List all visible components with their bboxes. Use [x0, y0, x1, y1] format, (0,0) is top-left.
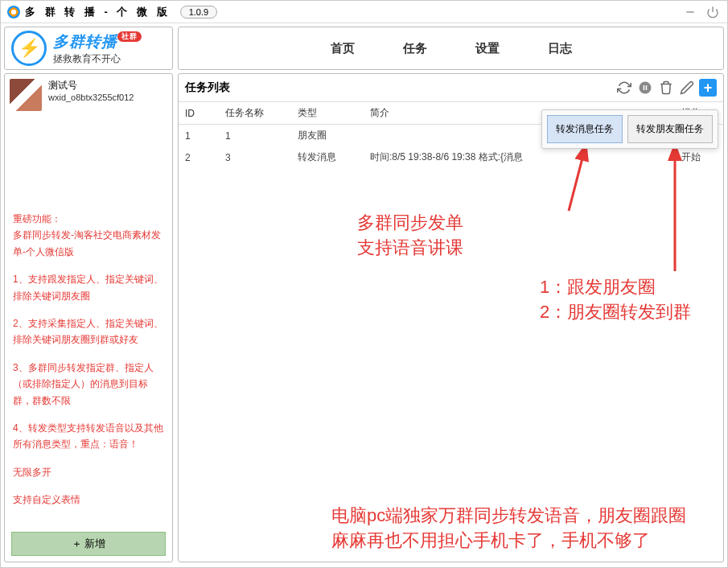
- svg-rect-4: [646, 85, 648, 90]
- annotation-text: 电脑pc端独家万群同步转发语音，朋友圈跟圈 麻麻再也不用担心手机卡了，手机不够了: [331, 504, 717, 554]
- add-task-icon[interactable]: +: [699, 79, 717, 97]
- version-badge: 1.0.9: [180, 6, 217, 19]
- th-id[interactable]: ID: [179, 102, 219, 125]
- annotation-text: 1：跟发朋友圈 2：朋友圈转发到群: [540, 275, 717, 325]
- avatar: [10, 79, 42, 111]
- window-title: 多 群 转 播 - 个 微 版: [25, 5, 171, 19]
- power-icon[interactable]: [705, 4, 721, 20]
- features-text: 重磅功能：多群同步转发-淘客社交电商素材发单-个人微信版 1、支持跟发指定人、指…: [5, 204, 172, 525]
- account-wxid: wxid_o8btx3255cf012: [48, 93, 134, 102]
- brand-logo-icon: ⚡: [11, 31, 47, 66]
- nav-logs[interactable]: 日志: [548, 41, 572, 56]
- svg-point-2: [640, 82, 652, 94]
- nav-home[interactable]: 首页: [331, 41, 355, 56]
- brand-box: ⚡ 多群转播社群 拯救教育不开心: [4, 27, 173, 70]
- titlebar: 多 群 转 播 - 个 微 版 1.0.9: [1, 1, 727, 23]
- account-row[interactable]: 测试号 wxid_o8btx3255cf012: [5, 74, 172, 116]
- svg-rect-3: [644, 85, 645, 90]
- add-button[interactable]: ＋ 新增: [11, 532, 166, 556]
- content-panel: 任务列表 + ID 任务名称 类型: [178, 73, 724, 562]
- nav-settings[interactable]: 设置: [475, 41, 500, 56]
- th-type[interactable]: 类型: [291, 102, 364, 125]
- forward-msg-button[interactable]: 转发消息任务: [547, 115, 623, 143]
- delete-icon[interactable]: [657, 79, 675, 97]
- minimize-icon[interactable]: [682, 4, 698, 20]
- edit-icon[interactable]: [678, 79, 696, 97]
- nav-bar: 首页 任务 设置 日志: [178, 27, 724, 70]
- content-title: 任务列表: [185, 80, 612, 95]
- brand-name: 多群转播: [53, 33, 117, 50]
- table-row[interactable]: 2 3 转发消息 时间:8/5 19:38-8/6 19:38 格式:{消息 开…: [179, 146, 723, 168]
- brand-badge: 社群: [117, 31, 142, 42]
- account-name: 测试号: [48, 79, 134, 93]
- brand-slogan: 拯救教育不开心: [53, 52, 142, 66]
- forward-moments-button[interactable]: 转发朋友圈任务: [627, 115, 713, 143]
- pause-icon[interactable]: [636, 79, 654, 97]
- app-logo-icon: [7, 6, 20, 19]
- refresh-icon[interactable]: [615, 79, 633, 97]
- th-name[interactable]: 任务名称: [219, 102, 291, 125]
- action-popup: 转发消息任务 转发朋友圈任务: [541, 109, 718, 149]
- sidebar: 测试号 wxid_o8btx3255cf012 重磅功能：多群同步转发-淘客社交…: [4, 73, 173, 562]
- nav-tasks[interactable]: 任务: [403, 41, 427, 56]
- annotation-text: 多群同步发单 支持语音讲课: [357, 211, 463, 261]
